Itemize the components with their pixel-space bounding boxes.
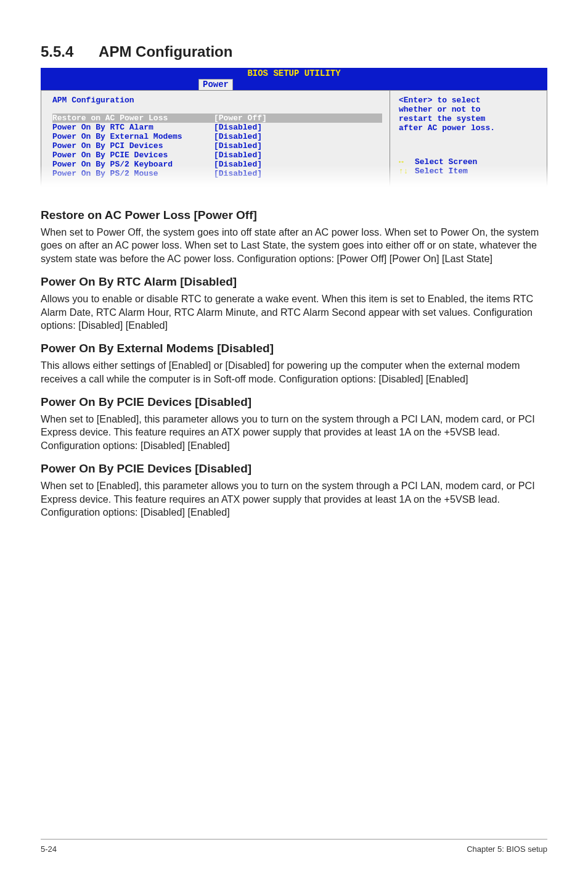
doc-paragraph: When set to [Enabled], this parameter al…: [41, 479, 547, 519]
bios-row-label: Power On By PCIE Devices: [52, 151, 214, 160]
bios-setup-panel: BIOS SETUP UTILITY Power APM Configurati…: [41, 68, 547, 186]
bios-row-label: Power On By PCI Devices: [52, 141, 214, 151]
bios-nav-label: Select Screen: [415, 157, 477, 167]
bios-nav-select-item: ↑↓ Select Item: [399, 167, 541, 176]
page-footer: 5-24 Chapter 5: BIOS setup: [41, 839, 547, 854]
bios-row-value: [Disabled]: [214, 132, 262, 141]
doc-paragraph: When set to [Enabled], this parameter al…: [41, 413, 547, 452]
bios-row-value: [Power Off]: [214, 113, 267, 123]
section-title: APM Configuration: [99, 43, 232, 60]
bios-row-label: Power On By PS/2 Mouse: [52, 169, 214, 178]
bios-row-restore-ac-power-loss[interactable]: Restore on AC Power Loss [Power Off]: [52, 113, 382, 123]
bios-nav-label: Select Item: [415, 167, 468, 176]
bios-row-label: Power On By External Modems: [52, 132, 214, 141]
doc-paragraph: Allows you to enable or disable RTC to g…: [41, 292, 547, 332]
bios-row-value: [Disabled]: [214, 169, 262, 178]
bios-row-external-modems[interactable]: Power On By External Modems [Disabled]: [52, 132, 382, 141]
doc-paragraph: When set to Power Off, the system goes i…: [41, 226, 547, 265]
bios-help-area: <Enter> to select whether or not to rest…: [390, 90, 547, 186]
arrow-left-right-icon: ↔: [399, 157, 415, 167]
bios-panel-heading: APM Configuration: [52, 96, 382, 105]
bios-title: BIOS SETUP UTILITY: [41, 68, 547, 78]
bios-row-ps2-keyboard[interactable]: Power On By PS/2 Keyboard [Disabled]: [52, 160, 382, 169]
bios-row-label: Power On By RTC Alarm: [52, 123, 214, 132]
bios-row-value: [Disabled]: [214, 141, 262, 151]
chapter-label: Chapter 5: BIOS setup: [467, 844, 547, 854]
section-heading: 5.5.4 APM Configuration: [41, 43, 547, 60]
bios-row-label: Restore on AC Power Loss: [52, 113, 214, 123]
bios-help-text: <Enter> to select: [399, 96, 541, 105]
bios-titlebar: BIOS SETUP UTILITY Power: [41, 68, 547, 90]
doc-heading-rtc-alarm: Power On By RTC Alarm [Disabled]: [41, 275, 547, 289]
bios-settings-area: APM Configuration Restore on AC Power Lo…: [41, 90, 390, 186]
doc-heading-pcie-2: Power On By PCIE Devices [Disabled]: [41, 462, 547, 476]
bios-tab-power[interactable]: Power: [198, 79, 233, 90]
bios-help-text: restart the system: [399, 114, 541, 123]
bios-nav-select-screen: ↔ Select Screen: [399, 157, 541, 167]
bios-help-text: whether or not to: [399, 105, 541, 114]
bios-row-label: Power On By PS/2 Keyboard: [52, 160, 214, 169]
arrow-up-down-icon: ↑↓: [399, 167, 415, 176]
bios-row-value: [Disabled]: [214, 160, 262, 169]
bios-row-rtc-alarm[interactable]: Power On By RTC Alarm [Disabled]: [52, 123, 382, 132]
doc-heading-restore-ac: Restore on AC Power Loss [Power Off]: [41, 208, 547, 222]
doc-paragraph: This allows either settings of [Enabled]…: [41, 359, 547, 386]
doc-heading-pcie-1: Power On By PCIE Devices [Disabled]: [41, 395, 547, 409]
bios-row-value: [Disabled]: [214, 151, 262, 160]
bios-row-pcie-devices[interactable]: Power On By PCIE Devices [Disabled]: [52, 151, 382, 160]
bios-row-ps2-mouse[interactable]: Power On By PS/2 Mouse [Disabled]: [52, 169, 382, 178]
doc-heading-external-modems: Power On By External Modems [Disabled]: [41, 342, 547, 355]
section-number: 5.5.4: [41, 43, 73, 60]
page-number: 5-24: [41, 844, 57, 854]
bios-row-value: [Disabled]: [214, 123, 262, 132]
bios-row-pci-devices[interactable]: Power On By PCI Devices [Disabled]: [52, 141, 382, 151]
bios-help-text: after AC power loss.: [399, 123, 541, 133]
